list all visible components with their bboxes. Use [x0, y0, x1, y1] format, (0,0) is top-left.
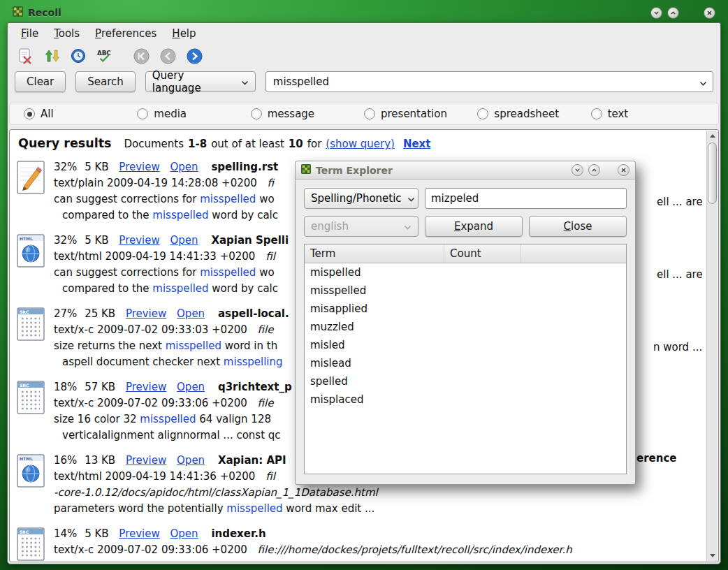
relevance-percent: 32% [54, 161, 77, 173]
term-explorer-body: Spelling/Phonetic english Expand Close [295, 180, 636, 485]
result-abstract-line: compared to the misspelled word by calc [54, 207, 278, 224]
menu-tools[interactable]: Tools [48, 26, 86, 41]
result-abstract-line: parameters word the potentially misspell… [54, 501, 378, 517]
term-mode-select[interactable]: Spelling/Phonetic [304, 188, 418, 209]
term-explorer-titlebar[interactable]: Term Explorer [295, 161, 636, 180]
preview-link[interactable]: Preview [119, 234, 159, 247]
filter-text[interactable]: text [591, 108, 704, 120]
highlight-term: misspelled [200, 266, 256, 279]
term-table: Term Count mispelledmisspelledmisapplied… [304, 244, 627, 474]
toolbar-next-page-button[interactable] [185, 47, 203, 65]
toolbar-clear-search-button[interactable] [16, 47, 34, 65]
result-title: Xapian Spelli [211, 234, 289, 247]
result-body: 32% 5 KB Preview Open Xapian Spelli text… [54, 233, 289, 297]
open-link[interactable]: Open [170, 161, 198, 173]
scroll-down-button[interactable] [707, 550, 718, 561]
chevron-down-icon [407, 192, 415, 205]
filter-spreadsheet[interactable]: spreadsheet [477, 108, 590, 120]
scrollbar-thumb[interactable] [708, 142, 717, 204]
open-link[interactable]: Open [177, 381, 205, 393]
dialog-close-action-button[interactable]: Close [529, 216, 627, 237]
occluded-text-fragment: erence [636, 451, 677, 467]
scroll-up-button[interactable] [707, 131, 718, 141]
radio-button[interactable] [251, 108, 262, 119]
radio-dot [27, 112, 32, 117]
titlebar[interactable]: Recoll [7, 3, 721, 22]
term-input[interactable] [425, 188, 627, 209]
maximize-button[interactable] [667, 7, 679, 19]
window-title: Recoll [28, 7, 61, 18]
menu-file[interactable]: File [15, 26, 45, 41]
minimize-button[interactable] [650, 7, 662, 19]
menu-help[interactable]: Help [166, 26, 202, 41]
radio-button[interactable] [364, 108, 375, 119]
dialog-minimize-button[interactable] [572, 164, 583, 176]
clear-button[interactable]: Clear [15, 71, 66, 92]
dialog-close-button[interactable] [618, 164, 629, 176]
radio-button[interactable] [137, 108, 148, 119]
term-row[interactable]: misplaced [305, 390, 626, 409]
header-filler [521, 244, 626, 263]
term-explorer-icon: ABC [96, 48, 113, 64]
open-link[interactable]: Open [170, 234, 198, 247]
results-header: Query results Documents 1-8 out of at le… [18, 136, 704, 150]
filter-media[interactable]: media [137, 108, 250, 120]
term-row[interactable]: misled [305, 336, 626, 354]
relevance-percent: 14% [54, 527, 77, 540]
chevron-down-icon[interactable] [699, 75, 707, 89]
preview-link[interactable]: Preview [126, 454, 166, 467]
toolbar-update-index-button[interactable] [43, 47, 61, 65]
results-scrollbar[interactable] [706, 131, 718, 561]
highlight-term: misspelled [200, 193, 256, 205]
preview-link[interactable]: Preview [126, 307, 166, 320]
count-column-header[interactable]: Count [444, 244, 521, 263]
term-row[interactable]: mislead [305, 354, 626, 372]
menu-preferences[interactable]: Preferences [89, 26, 163, 41]
result-title: indexer.h [211, 527, 265, 540]
radio-button[interactable] [24, 108, 35, 119]
toolbar-first-page-button[interactable] [132, 47, 150, 65]
query-input[interactable] [272, 75, 699, 89]
preview-link[interactable]: Preview [119, 161, 159, 173]
search-button[interactable]: Search [75, 71, 136, 92]
toolbar-term-explorer-button[interactable]: ABC [96, 47, 114, 65]
expand-button[interactable]: Expand [425, 216, 523, 237]
document-icon: HTML SRC [17, 454, 45, 488]
dialog-maximize-button[interactable] [588, 164, 600, 176]
next-page-link[interactable]: Next [403, 138, 431, 150]
preview-link[interactable]: Preview [126, 381, 166, 393]
show-query-link[interactable]: (show query) [326, 138, 395, 150]
toolbar-query-history-button[interactable] [69, 47, 87, 65]
result-path: fil [265, 250, 275, 263]
radio-button[interactable] [477, 108, 488, 119]
filter-message[interactable]: message [251, 108, 364, 120]
source-badge-glyph: SRC [20, 529, 29, 534]
search-bar: Clear Search Query language [8, 69, 720, 96]
close-button[interactable] [704, 7, 715, 19]
html-badge-glyph: HTML [20, 456, 33, 461]
term-row[interactable]: misapplied [305, 300, 626, 318]
result-title: spelling.rst [211, 161, 278, 173]
term-row[interactable]: spelled [305, 372, 626, 390]
toolbar-previous-page-button[interactable] [159, 47, 177, 65]
query-language-select[interactable]: Query language [145, 71, 256, 92]
relevance-percent: 32% [54, 234, 77, 247]
open-link[interactable]: Open [177, 307, 205, 320]
term-column-header[interactable]: Term [305, 244, 444, 263]
count-cell [444, 282, 626, 300]
result-mime-date: text/plain 2009-04-19 14:28:08 +0200 [54, 177, 257, 189]
result-path: file [258, 323, 274, 336]
term-row[interactable]: muzzled [305, 318, 626, 336]
document-icon: HTML SRC [17, 307, 45, 341]
result-item: HTML SRC 14% 5 KB Preview Open indexer.h… [17, 526, 704, 561]
preview-link[interactable]: Preview [119, 527, 159, 540]
filter-presentation[interactable]: presentation [364, 108, 477, 120]
open-link[interactable]: Open [170, 527, 198, 540]
abstract-text: verticalalignment alignnormal ... const … [62, 429, 281, 441]
radio-button[interactable] [591, 108, 602, 119]
open-link[interactable]: Open [177, 454, 205, 467]
term-row[interactable]: mispelled [305, 263, 626, 282]
desktop: { "window": { "title": "Recoll", "menu":… [0, 0, 728, 570]
filter-all[interactable]: All [24, 108, 137, 120]
term-row[interactable]: misspelled [305, 282, 626, 300]
